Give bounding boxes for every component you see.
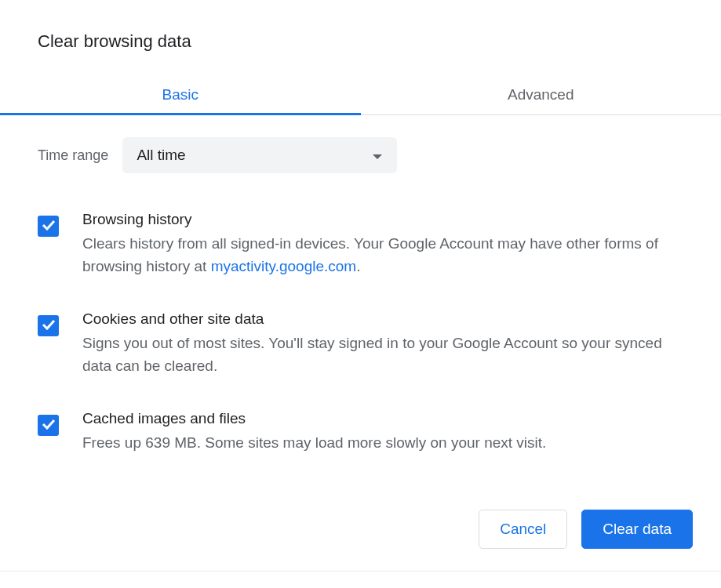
check-icon (42, 220, 56, 234)
checkbox-cookies[interactable] (38, 315, 59, 336)
myactivity-link[interactable]: myactivity.google.com (211, 258, 357, 274)
option-text: Cached images and files Frees up 639 MB.… (82, 410, 683, 455)
option-text: Cookies and other site data Signs you ou… (82, 310, 683, 377)
time-range-label: Time range (38, 147, 108, 164)
clear-data-button[interactable]: Clear data (581, 510, 693, 549)
option-desc: Signs you out of most sites. You'll stay… (82, 332, 683, 377)
tab-content-basic: Time range All time Browsing history (0, 115, 721, 455)
option-cookies: Cookies and other site data Signs you ou… (38, 310, 683, 377)
option-desc: Frees up 639 MB. Some sites may load mor… (82, 432, 683, 455)
options-list: Browsing history Clears history from all… (38, 211, 683, 455)
option-desc-suffix: . (356, 258, 360, 274)
option-desc-prefix: Clears history from all signed-in device… (82, 235, 658, 274)
option-desc: Clears history from all signed-in device… (82, 233, 683, 278)
option-cache: Cached images and files Frees up 639 MB.… (38, 410, 683, 455)
clear-browsing-data-dialog: Clear browsing data Basic Advanced Time … (0, 0, 721, 572)
time-range-row: Time range All time (38, 137, 683, 173)
time-range-select[interactable]: All time (122, 137, 397, 173)
dialog-title: Clear browsing data (0, 31, 721, 52)
checkbox-browsing-history[interactable] (38, 216, 59, 237)
tabs: Basic Advanced (0, 75, 721, 115)
option-title: Cookies and other site data (82, 310, 683, 328)
option-browsing-history: Browsing history Clears history from all… (38, 211, 683, 278)
option-title: Browsing history (82, 211, 683, 228)
tab-advanced[interactable]: Advanced (361, 75, 722, 114)
tab-basic[interactable]: Basic (0, 75, 361, 114)
option-text: Browsing history Clears history from all… (82, 211, 683, 278)
dialog-actions: Cancel Clear data (0, 488, 721, 572)
option-title: Cached images and files (82, 410, 683, 427)
time-range-value: All time (137, 147, 185, 164)
chevron-down-icon (372, 147, 383, 164)
cancel-button[interactable]: Cancel (479, 510, 567, 549)
check-icon (42, 319, 56, 333)
check-icon (42, 419, 56, 433)
checkbox-cache[interactable] (38, 415, 59, 436)
